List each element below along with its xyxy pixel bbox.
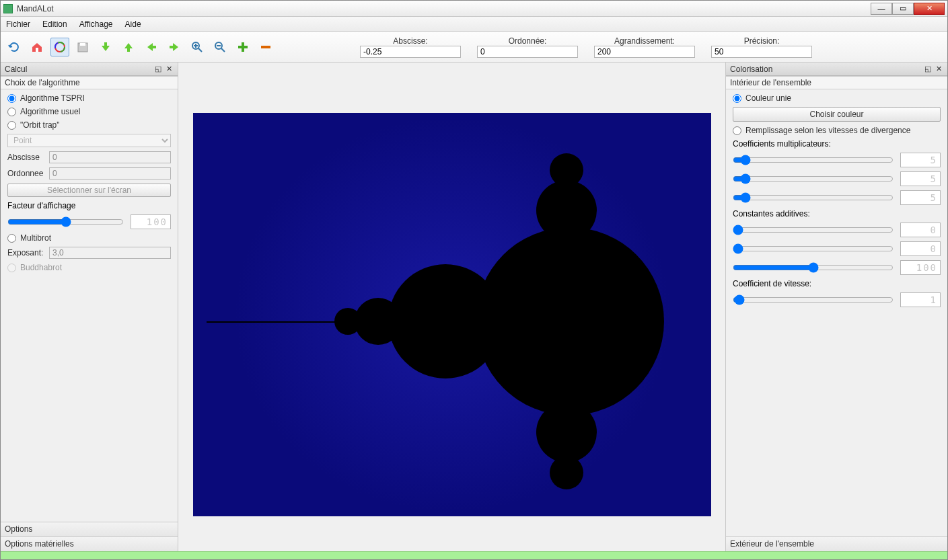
close-right-icon[interactable]: ✕	[934, 65, 943, 74]
const-add-label: Constantes additives:	[733, 209, 941, 218]
close-button[interactable]: ✕	[914, 3, 945, 15]
menubar: Fichier Edition Affichage Aide	[1, 17, 947, 32]
coef-mult-label: Coefficients multiplicateurs:	[733, 139, 941, 149]
content: Calcul ◱ ✕ Choix de l'algorithme Algorit…	[1, 63, 947, 551]
menu-help[interactable]: Aide	[125, 19, 141, 29]
precision-label: Précision:	[744, 36, 780, 46]
ordonnee-field	[49, 167, 171, 179]
tab-exterior[interactable]: Extérieur de l'ensemble	[726, 536, 947, 551]
vit-val: 1	[900, 292, 941, 307]
algo-usuel-radio[interactable]: Algorithme usuel	[7, 107, 171, 116]
ordonnee-lbl: Ordonnee	[7, 169, 45, 178]
svg-rect-7	[261, 46, 270, 48]
window-title: MandALot	[17, 4, 871, 13]
algo-tspri-radio[interactable]: Algorithme TSPRI	[7, 93, 171, 103]
app-icon	[3, 4, 13, 13]
choose-color-button[interactable]: Choisir couleur	[733, 107, 941, 122]
add-slider-2[interactable]	[733, 243, 894, 255]
algo-section-body: Algorithme TSPRI Algorithme usuel "Orbit…	[1, 89, 178, 276]
plus-icon[interactable]	[233, 38, 252, 56]
interior-section-header: Intérieur de l'ensemble	[726, 76, 947, 89]
algo-section-header: Choix de l'algorithme	[1, 76, 178, 89]
refresh-icon[interactable]	[5, 38, 24, 56]
window-controls: — ▭ ✕	[871, 3, 945, 15]
maximize-button[interactable]: ▭	[892, 3, 914, 15]
add-slider-1[interactable]	[733, 224, 894, 236]
fractal-canvas[interactable]	[193, 113, 711, 516]
algo-orbit-radio[interactable]: "Orbit trap"	[7, 120, 171, 130]
right-panel: Colorisation ◱ ✕ Intérieur de l'ensemble…	[725, 63, 947, 551]
ordonnee-label: Ordonnée:	[509, 36, 547, 46]
mult-slider-3[interactable]	[733, 192, 894, 204]
abscisse-lbl: Abscisse	[7, 153, 45, 162]
select-on-screen-button: Sélectionner sur l'écran	[7, 184, 171, 197]
mult-val-1: 5	[900, 153, 941, 167]
undock-icon[interactable]: ◱	[153, 65, 163, 74]
toolbar: Abscisse: Ordonnée: Agrandissement: Préc…	[1, 32, 947, 63]
arrow-down-icon[interactable]	[96, 38, 115, 56]
abscisse-label: Abscisse:	[393, 36, 427, 46]
precision-input[interactable]	[711, 46, 812, 58]
exposant-lbl: Exposant:	[7, 248, 45, 257]
abscisse-field	[49, 151, 171, 163]
color-wheel-icon[interactable]	[50, 38, 69, 56]
minimize-button[interactable]: —	[871, 3, 892, 15]
tab-hardware-options[interactable]: Options matérielles	[1, 536, 178, 551]
zoom-label: Agrandissement:	[614, 36, 675, 46]
add-val-2: 0	[900, 241, 941, 256]
abscisse-input[interactable]	[360, 46, 461, 58]
tab-options[interactable]: Options	[1, 522, 178, 536]
mult-slider-1[interactable]	[733, 154, 894, 166]
zoom-in-icon[interactable]	[188, 38, 207, 56]
couleur-unie-radio[interactable]: Couleur unie	[733, 93, 941, 103]
mult-val-3: 5	[900, 190, 941, 205]
left-panel: Calcul ◱ ✕ Choix de l'algorithme Algorit…	[1, 63, 178, 551]
add-slider-3[interactable]	[733, 262, 894, 274]
facteur-label: Facteur d'affichage	[7, 201, 171, 210]
mult-val-2: 5	[900, 171, 941, 186]
left-panel-title: Calcul	[5, 65, 27, 74]
left-panel-header: Calcul ◱ ✕	[1, 63, 178, 76]
coef-vit-label: Coefficient de vitesse:	[733, 279, 941, 288]
right-panel-title: Colorisation	[730, 65, 772, 74]
menu-edit[interactable]: Edition	[42, 19, 67, 29]
menu-view[interactable]: Affichage	[79, 19, 113, 29]
arrow-left-icon[interactable]	[142, 38, 161, 56]
save-icon[interactable]	[73, 38, 92, 56]
add-val-1: 0	[900, 223, 941, 237]
right-panel-header: Colorisation ◱ ✕	[726, 63, 947, 76]
buddhabrot-radio: Buddhabrot	[7, 263, 171, 272]
svg-rect-4	[80, 43, 85, 46]
titlebar: MandALot — ▭ ✕	[1, 1, 947, 17]
facteur-value: 100	[131, 214, 171, 229]
add-val-3: 100	[900, 260, 941, 275]
zoom-input[interactable]	[594, 46, 695, 58]
arrow-right-icon[interactable]	[165, 38, 184, 56]
multibrot-radio[interactable]: Multibrot	[7, 233, 171, 243]
remplissage-radio[interactable]: Remplissage selon les vitesses de diverg…	[733, 126, 941, 135]
zoom-out-icon[interactable]	[211, 38, 229, 56]
home-icon[interactable]	[28, 38, 46, 56]
statusbar	[1, 551, 947, 559]
ordonnee-input[interactable]	[477, 46, 578, 58]
exposant-field	[49, 247, 171, 259]
menu-file[interactable]: Fichier	[6, 19, 30, 29]
mult-slider-2[interactable]	[733, 173, 894, 185]
orbit-type-select: Point	[7, 134, 171, 147]
minus-icon[interactable]	[256, 38, 275, 56]
canvas-area	[178, 63, 725, 551]
facteur-slider[interactable]	[7, 216, 124, 228]
arrow-up-icon[interactable]	[119, 38, 138, 56]
close-panel-icon[interactable]: ✕	[164, 65, 174, 74]
undock-right-icon[interactable]: ◱	[923, 65, 933, 74]
interior-section-body: Couleur unie Choisir couleur Remplissage…	[726, 89, 947, 311]
vit-slider[interactable]	[733, 294, 894, 306]
app-window: MandALot — ▭ ✕ Fichier Edition Affichage…	[0, 0, 948, 560]
